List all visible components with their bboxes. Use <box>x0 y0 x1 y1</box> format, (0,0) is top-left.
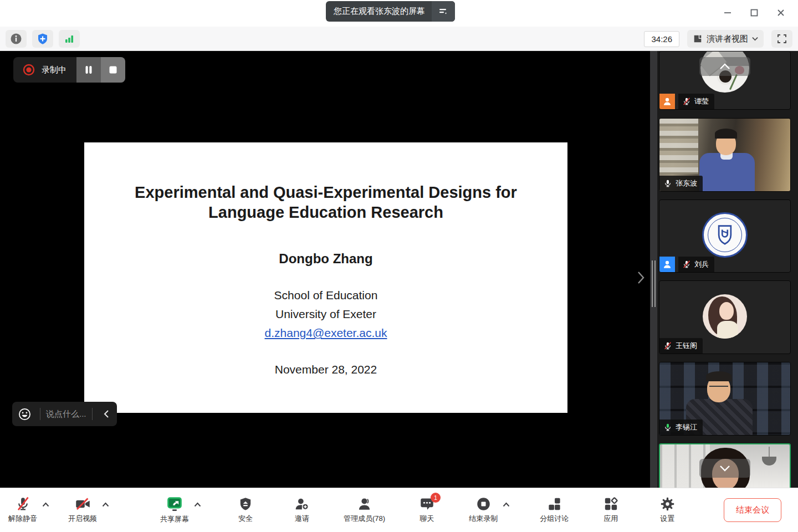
security-shield-icon <box>238 497 253 511</box>
chevron-left-icon <box>103 410 110 418</box>
participant-tile-4[interactable]: 王钰阁 <box>659 280 791 354</box>
fullscreen-button[interactable] <box>771 30 792 48</box>
slide-author: Dongbo Zhang <box>84 251 567 267</box>
video-detail <box>762 457 776 466</box>
sidebar-resize-handle[interactable] <box>650 51 657 488</box>
pause-icon <box>84 65 94 75</box>
chevron-up-icon <box>194 502 201 507</box>
slide-affiliation-school: School of Education <box>84 289 567 302</box>
mic-speaking-icon <box>663 423 672 432</box>
video-detail <box>659 119 698 174</box>
shield-plus-icon <box>37 33 49 45</box>
person-icon <box>662 96 672 106</box>
participant-tile-6[interactable] <box>659 443 791 488</box>
emoji-reaction-button[interactable] <box>14 404 34 424</box>
recording-options-button[interactable] <box>500 502 511 507</box>
avatar <box>702 212 748 258</box>
signal-bars-icon <box>63 33 75 45</box>
share-screen-button[interactable]: 共享屏幕 <box>160 497 190 524</box>
participant-status-badge <box>659 94 675 109</box>
apps-grid-icon <box>603 497 618 511</box>
avatar-detail <box>719 302 734 320</box>
maximize-icon <box>750 8 759 17</box>
chat-unread-badge: 1 <box>431 493 441 503</box>
share-screen-label: 共享屏幕 <box>160 514 189 524</box>
stop-recording-button[interactable] <box>101 57 125 83</box>
slide-email-link: d.zhang4@exeter.ac.uk <box>84 326 567 340</box>
maximize-button[interactable] <box>745 4 764 21</box>
info-icon <box>10 33 22 45</box>
chevron-right-icon <box>637 270 645 285</box>
network-quality-button[interactable] <box>59 30 80 48</box>
participant-name: 李锡江 <box>676 422 697 432</box>
fullscreen-icon <box>776 33 787 44</box>
participant-name-pill: 王钰阁 <box>659 338 703 354</box>
chat-button[interactable]: 聊天 1 <box>412 497 442 524</box>
slide-affiliation-university: University of Exeter <box>84 308 567 321</box>
security-button[interactable]: 安全 <box>231 497 260 524</box>
stop-record-icon <box>476 497 491 511</box>
viewing-banner: 您正在观看张东波的屏幕 <box>326 1 455 22</box>
breakout-rooms-button[interactable]: 分组讨论 <box>539 497 569 524</box>
participant-tile-5[interactable]: 李锡江 <box>659 362 791 436</box>
recording-label: 录制中 <box>42 65 66 75</box>
close-button[interactable] <box>771 4 790 21</box>
end-meeting-button[interactable]: 结束会议 <box>724 498 781 522</box>
breakout-rooms-label: 分组讨论 <box>540 514 569 524</box>
stop-icon <box>109 65 117 74</box>
settings-button[interactable]: 设置 <box>652 497 682 524</box>
manage-participants-button[interactable]: 管理成员(78) <box>344 497 385 524</box>
video-detail <box>706 371 732 381</box>
participant-name-pill: 李锡江 <box>659 420 703 435</box>
gear-icon <box>660 497 675 511</box>
invite-button[interactable]: 邀请 <box>287 497 317 524</box>
minimize-button[interactable] <box>718 4 737 21</box>
chevron-up-icon <box>42 502 49 507</box>
end-recording-label: 结束录制 <box>469 514 498 524</box>
participant-tile-3[interactable]: 刘兵 <box>659 200 791 273</box>
avatar-detail <box>708 218 742 252</box>
participant-name-pill: 刘兵 <box>678 257 714 272</box>
scroll-participants-down-button[interactable] <box>699 459 750 478</box>
apps-button[interactable]: 应用 <box>596 497 626 524</box>
person-icon <box>662 259 672 269</box>
meeting-info-button[interactable] <box>6 30 27 48</box>
participants-icon <box>357 497 372 511</box>
slide-title: Experimental and Quasi-Experimental Desi… <box>115 142 536 222</box>
security-shield-button[interactable] <box>32 30 53 48</box>
collapse-chatbar-button[interactable] <box>98 404 115 424</box>
video-detail <box>709 386 728 389</box>
pause-recording-button[interactable] <box>76 57 101 83</box>
participant-name-pill: 张东波 <box>659 176 703 191</box>
quick-chat-bar: 说点什么... <box>12 402 117 426</box>
participant-name-pill: 谭莹 <box>678 94 714 109</box>
avatar-detail <box>717 321 738 339</box>
close-icon <box>776 8 785 17</box>
chevron-up-icon <box>719 63 730 70</box>
chevron-up-icon <box>102 502 109 507</box>
participant-tile-1[interactable]: 谭莹 <box>659 51 791 110</box>
participant-status-badge <box>659 257 675 272</box>
start-video-label: 开启视频 <box>68 514 97 524</box>
resize-grip <box>654 260 656 307</box>
participant-name: 谭莹 <box>694 96 709 106</box>
view-mode-button[interactable]: 演讲者视图 <box>687 30 764 48</box>
collapse-sidebar-button[interactable] <box>637 270 645 287</box>
unmute-button[interactable]: 解除静音 <box>8 497 38 524</box>
screen-share-stage: 录制中 Experimental and Quasi-Experimental … <box>0 51 657 488</box>
meeting-toolbar: 解除静音 开启视频 共享屏幕 <box>0 488 798 532</box>
chevron-down-icon <box>719 465 730 472</box>
share-options-button[interactable] <box>192 502 203 507</box>
video-options-button[interactable] <box>100 502 111 507</box>
apps-label: 应用 <box>603 514 618 524</box>
participant-name: 刘兵 <box>694 259 709 269</box>
end-recording-button[interactable]: 结束录制 <box>468 497 498 524</box>
participant-tile-2[interactable]: 张东波 <box>659 118 791 192</box>
start-video-button[interactable]: 开启视频 <box>68 497 98 524</box>
view-options-button[interactable] <box>432 1 455 22</box>
slide-date: November 28, 2022 <box>84 363 567 376</box>
security-label: 安全 <box>238 514 253 524</box>
scroll-participants-up-button[interactable] <box>699 57 750 76</box>
audio-options-button[interactable] <box>40 502 51 507</box>
quick-chat-input[interactable]: 说点什么... <box>46 409 86 420</box>
